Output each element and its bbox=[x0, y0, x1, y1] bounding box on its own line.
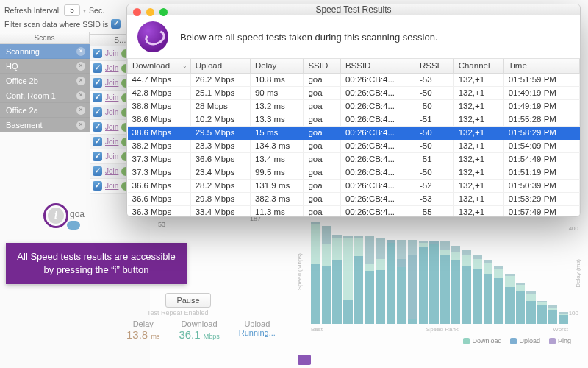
enabled-checkbox[interactable] bbox=[93, 137, 102, 146]
enabled-checkbox[interactable] bbox=[93, 152, 102, 161]
join-link[interactable]: Join bbox=[105, 123, 118, 131]
col-delay[interactable]: Delay bbox=[250, 59, 303, 73]
chart-bar bbox=[419, 241, 429, 324]
enabled-checkbox[interactable] bbox=[93, 49, 102, 58]
tutorial-annotation: All Speed tests results are accessible b… bbox=[6, 243, 187, 284]
chart-bar bbox=[451, 246, 461, 324]
brand-icon bbox=[298, 355, 311, 365]
join-link[interactable]: Join bbox=[105, 138, 118, 146]
chart-bar bbox=[484, 260, 493, 324]
test-repeat-label: Test Repeat Enabled bbox=[147, 309, 209, 316]
enabled-checkbox[interactable] bbox=[93, 166, 102, 176]
scan-row[interactable]: Office 2a× bbox=[0, 103, 90, 118]
scan-row[interactable]: Scanning× bbox=[0, 44, 90, 59]
chart-bar bbox=[505, 274, 514, 324]
close-icon[interactable]: × bbox=[76, 91, 85, 100]
cloud-icon bbox=[67, 221, 80, 230]
chart-bar bbox=[397, 240, 406, 324]
table-row[interactable]: 36.3 Mbps33.4 Mbps11.3 msgoa00:26:CB:4..… bbox=[128, 205, 580, 217]
results-table[interactable]: Download⌄UploadDelaySSIDBSSIDRSSIChannel… bbox=[127, 58, 580, 217]
chart-y-left-label: Speed (Mbps) bbox=[296, 253, 303, 290]
zoom-icon[interactable] bbox=[159, 8, 168, 16]
enabled-checkbox[interactable] bbox=[93, 93, 102, 102]
ssid-label: goa bbox=[70, 209, 85, 219]
chart-bar bbox=[332, 235, 342, 324]
join-link[interactable]: Join bbox=[105, 182, 118, 190]
table-row[interactable]: 36.6 Mbps28.2 Mbps131.9 msgoa00:26:CB:4.… bbox=[128, 179, 580, 192]
table-row[interactable]: 38.6 Mbps10.2 Mbps13.3 msgoa00:26:CB:4..… bbox=[128, 113, 580, 126]
table-row[interactable]: 38.6 Mbps29.5 Mbps15 msgoa00:26:CB:4...-… bbox=[128, 126, 580, 139]
pause-button[interactable] bbox=[165, 293, 211, 308]
close-icon[interactable]: × bbox=[76, 77, 85, 85]
enabled-checkbox[interactable] bbox=[93, 181, 102, 191]
join-link[interactable]: Join bbox=[105, 152, 118, 160]
window-title: Speed Test Results bbox=[127, 4, 580, 15]
sort-desc-icon: ⌄ bbox=[182, 63, 187, 69]
join-link[interactable]: Join bbox=[105, 64, 118, 72]
scan-row[interactable]: Office 2b× bbox=[0, 74, 90, 88]
join-link[interactable]: Join bbox=[105, 79, 118, 87]
join-link[interactable]: Join bbox=[105, 49, 118, 57]
refresh-label: Refresh Interval: bbox=[4, 6, 61, 15]
table-row[interactable]: 36.6 Mbps29.8 Mbps382.3 msgoa00:26:CB:4.… bbox=[128, 192, 580, 205]
chart-y-right-label: Delay (ms) bbox=[575, 259, 581, 288]
chart-bar bbox=[440, 241, 450, 324]
chart-x-best: Best bbox=[311, 326, 323, 333]
join-link[interactable]: Join bbox=[105, 108, 118, 116]
speed-rank-chart: Speed (Mbps) Delay (ms) bbox=[298, 221, 577, 344]
chart-bar bbox=[516, 283, 526, 324]
table-row[interactable]: 37.3 Mbps36.6 Mbps13.4 msgoa00:26:CB:4..… bbox=[128, 152, 580, 166]
chart-bar bbox=[473, 255, 482, 324]
join-link[interactable]: Join bbox=[105, 93, 118, 102]
chart-bar bbox=[311, 222, 320, 324]
scan-row[interactable]: HQ× bbox=[0, 59, 90, 74]
chart-bar bbox=[462, 250, 471, 324]
minimize-icon[interactable] bbox=[146, 8, 154, 16]
refresh-sec: Sec. bbox=[89, 6, 104, 15]
window-titlebar[interactable]: Speed Test Results bbox=[127, 4, 580, 15]
chart-bar bbox=[526, 291, 536, 324]
chart-bar bbox=[343, 236, 353, 324]
close-icon[interactable]: × bbox=[76, 121, 85, 130]
table-row[interactable]: 38.8 Mbps28 Mbps13.2 msgoa00:26:CB:4...-… bbox=[128, 99, 580, 113]
close-icon[interactable]: × bbox=[76, 47, 85, 56]
col-channel[interactable]: Channel bbox=[453, 59, 503, 73]
col-time[interactable]: Time bbox=[503, 59, 579, 73]
enabled-checkbox[interactable] bbox=[93, 107, 102, 117]
chart-bar bbox=[548, 305, 558, 324]
speed-results-window: Speed Test Results Below are all speed t… bbox=[126, 4, 581, 217]
chart-x-label: Speed Rank bbox=[426, 326, 459, 333]
table-row[interactable]: 37.3 Mbps23.4 Mbps99.5 msgoa00:26:CB:4..… bbox=[128, 166, 580, 179]
enabled-checkbox[interactable] bbox=[93, 63, 102, 73]
chart-bar bbox=[494, 266, 503, 324]
chart-bar bbox=[365, 236, 374, 324]
chart-bar bbox=[354, 236, 364, 324]
table-row[interactable]: 44.7 Mbps26.2 Mbps10.8 msgoa00:26:CB:4..… bbox=[128, 73, 580, 86]
table-row[interactable]: 38.2 Mbps23.3 Mbps134.3 msgoa00:26:CB:4.… bbox=[128, 139, 580, 152]
col-bssid[interactable]: BSSID bbox=[340, 59, 415, 73]
refresh-value: 5 bbox=[64, 4, 80, 16]
info-button[interactable] bbox=[43, 203, 68, 228]
enabled-checkbox[interactable] bbox=[93, 78, 102, 88]
close-icon[interactable]: × bbox=[76, 62, 85, 71]
chart-bar bbox=[429, 241, 439, 324]
close-icon[interactable]: × bbox=[76, 106, 85, 115]
join-link[interactable]: Join bbox=[105, 167, 118, 175]
chart-bar bbox=[322, 226, 331, 324]
col-download[interactable]: Download⌄ bbox=[128, 59, 191, 73]
scan-list-header: Scans bbox=[0, 32, 90, 44]
chart-bar bbox=[408, 240, 417, 324]
table-row[interactable]: 42.8 Mbps25.1 Mbps90 msgoa00:26:CB:4...-… bbox=[128, 86, 580, 99]
scan-row[interactable]: Basement× bbox=[0, 118, 90, 132]
enabled-checkbox[interactable] bbox=[93, 122, 102, 132]
scan-row[interactable]: Conf. Room 1× bbox=[0, 88, 90, 103]
chart-bar bbox=[387, 240, 396, 324]
chart-legend: Download Upload Ping bbox=[463, 337, 571, 344]
scan-list: Scans Scanning×HQ×Office 2b×Conf. Room 1… bbox=[0, 32, 90, 132]
col-ssid[interactable]: SSID bbox=[304, 59, 341, 73]
col-rssi[interactable]: RSSI bbox=[415, 59, 453, 73]
live-results: Delay13.8 ms Download36.1 Mbps UploadRun… bbox=[126, 319, 276, 341]
col-upload[interactable]: Upload bbox=[190, 59, 250, 73]
close-icon[interactable] bbox=[133, 8, 141, 16]
filter-checkbox bbox=[111, 19, 121, 29]
